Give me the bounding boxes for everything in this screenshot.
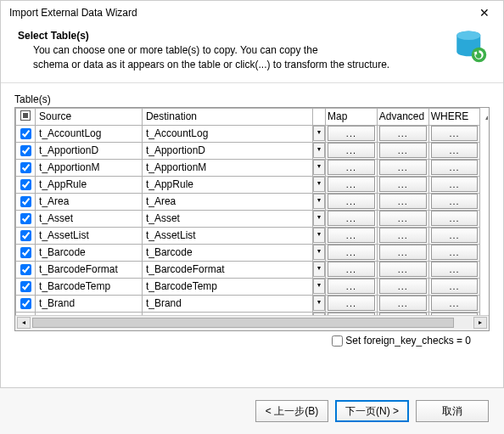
- destination-dropdown-icon[interactable]: ▾: [313, 177, 325, 192]
- where-button[interactable]: ...: [431, 160, 479, 175]
- map-button[interactable]: ...: [328, 126, 375, 141]
- hscroll-thumb[interactable]: [32, 318, 454, 328]
- advanced-button[interactable]: ...: [379, 160, 427, 175]
- where-button[interactable]: ...: [431, 126, 479, 141]
- row-checkbox[interactable]: [20, 162, 31, 173]
- source-cell[interactable]: t_ApportionM: [36, 159, 143, 176]
- advanced-button[interactable]: ...: [379, 296, 427, 311]
- where-button[interactable]: ...: [431, 211, 479, 226]
- row-checkbox[interactable]: [20, 247, 31, 258]
- map-button[interactable]: ...: [328, 177, 375, 192]
- destination-dropdown-icon[interactable]: ▾: [313, 194, 325, 209]
- where-button[interactable]: ...: [431, 279, 479, 294]
- where-button[interactable]: ...: [431, 262, 479, 277]
- where-button[interactable]: ...: [431, 143, 479, 158]
- source-cell[interactable]: t_Asset: [36, 210, 143, 227]
- where-button[interactable]: ...: [431, 296, 479, 311]
- destination-cell[interactable]: t_ApportionM: [142, 159, 312, 176]
- destination-cell[interactable]: t_AssetList: [142, 227, 312, 244]
- header-checkbox[interactable]: [16, 108, 36, 125]
- col-destination[interactable]: Destination: [142, 108, 312, 125]
- advanced-button[interactable]: ...: [379, 211, 427, 226]
- fk-checkbox-label[interactable]: Set foreign_key_checks = 0: [332, 335, 471, 347]
- where-button[interactable]: ...: [431, 313, 479, 315]
- map-button[interactable]: ...: [328, 160, 375, 175]
- where-button[interactable]: ...: [431, 228, 479, 243]
- back-button[interactable]: < 上一步(B): [255, 400, 328, 422]
- next-button[interactable]: 下一页(N) >: [335, 400, 409, 422]
- destination-cell[interactable]: t_Asset: [142, 210, 312, 227]
- map-button[interactable]: ...: [328, 211, 375, 226]
- source-cell[interactable]: t_BarcodeTemp: [36, 278, 143, 295]
- map-button[interactable]: ...: [328, 143, 375, 158]
- destination-cell[interactable]: t_Barcode: [142, 244, 312, 261]
- advanced-button[interactable]: ...: [379, 313, 427, 315]
- source-cell[interactable]: t_AppRule: [36, 176, 143, 193]
- source-cell[interactable]: t_AccountLog: [36, 125, 143, 142]
- close-icon[interactable]: ✕: [474, 6, 495, 20]
- row-checkbox[interactable]: [20, 230, 31, 241]
- row-checkbox[interactable]: [20, 281, 31, 292]
- source-cell[interactable]: t_BarcodeFormat: [36, 261, 143, 278]
- map-button[interactable]: ...: [328, 262, 375, 277]
- destination-cell[interactable]: t_AppRule: [142, 176, 312, 193]
- advanced-button[interactable]: ...: [379, 194, 427, 209]
- table-row: t_BarcodeTempt_BarcodeTemp▾.........: [16, 278, 489, 295]
- where-button[interactable]: ...: [431, 177, 479, 192]
- col-map[interactable]: Map: [326, 108, 378, 125]
- advanced-button[interactable]: ...: [379, 126, 427, 141]
- row-checkbox[interactable]: [20, 213, 31, 224]
- destination-cell[interactable]: t_Brand: [142, 295, 312, 312]
- hscroll-left-icon[interactable]: ◂: [17, 317, 31, 329]
- map-button[interactable]: ...: [328, 245, 375, 260]
- row-checkbox[interactable]: [20, 128, 31, 139]
- advanced-button[interactable]: ...: [379, 228, 427, 243]
- destination-dropdown-icon[interactable]: ▾: [313, 296, 325, 311]
- hscroll-right-icon[interactable]: ▸: [473, 317, 487, 329]
- row-checkbox[interactable]: [20, 298, 31, 309]
- destination-cell[interactable]: t_BarcodeFormat: [142, 261, 312, 278]
- source-cell[interactable]: t_AssetList: [36, 227, 143, 244]
- destination-dropdown-icon[interactable]: ▾: [313, 262, 325, 277]
- col-where[interactable]: WHERE: [428, 108, 480, 125]
- map-button[interactable]: ...: [328, 296, 375, 311]
- source-cell[interactable]: t_Area: [36, 193, 143, 210]
- table-row: t_Barcodet_Barcode▾.........: [16, 244, 489, 261]
- fk-checkbox[interactable]: [332, 335, 343, 347]
- where-button[interactable]: ...: [431, 245, 479, 260]
- destination-dropdown-icon[interactable]: ▾: [313, 126, 325, 141]
- col-source[interactable]: Source: [36, 108, 143, 125]
- row-checkbox[interactable]: [20, 179, 31, 190]
- source-cell[interactable]: t_Barcode: [36, 244, 143, 261]
- destination-dropdown-icon[interactable]: ▾: [313, 211, 325, 226]
- grid-scroll-area[interactable]: Source Destination Map Advanced WHERE ▲ …: [15, 108, 489, 315]
- destination-cell[interactable]: t_ApportionD: [142, 142, 312, 159]
- map-button[interactable]: ...: [328, 313, 375, 315]
- map-button[interactable]: ...: [328, 279, 375, 294]
- destination-dropdown-icon[interactable]: ▾: [313, 228, 325, 243]
- advanced-button[interactable]: ...: [379, 245, 427, 260]
- where-button[interactable]: ...: [431, 194, 479, 209]
- map-button[interactable]: ...: [328, 228, 375, 243]
- hscroll-track[interactable]: [32, 318, 472, 328]
- row-checkbox[interactable]: [20, 145, 31, 156]
- row-checkbox[interactable]: [20, 264, 31, 275]
- col-advanced[interactable]: Advanced: [377, 108, 428, 125]
- source-cell[interactable]: t_ApportionD: [36, 142, 143, 159]
- destination-cell[interactable]: t_AccountLog: [142, 125, 312, 142]
- advanced-button[interactable]: ...: [379, 279, 427, 294]
- destination-dropdown-icon[interactable]: ▾: [313, 245, 325, 260]
- cancel-button[interactable]: 取消: [416, 400, 489, 422]
- destination-dropdown-icon[interactable]: ▾: [313, 160, 325, 175]
- destination-cell[interactable]: t_Area: [142, 193, 312, 210]
- row-checkbox[interactable]: [20, 196, 31, 207]
- destination-cell[interactable]: t_BarcodeTemp: [142, 278, 312, 295]
- horizontal-scrollbar[interactable]: ◂ ▸: [15, 315, 489, 330]
- source-cell[interactable]: t_Brand: [36, 295, 143, 312]
- advanced-button[interactable]: ...: [379, 177, 427, 192]
- map-button[interactable]: ...: [328, 194, 375, 209]
- destination-dropdown-icon[interactable]: ▾: [313, 143, 325, 158]
- destination-dropdown-icon[interactable]: ▾: [313, 279, 325, 294]
- advanced-button[interactable]: ...: [379, 262, 427, 277]
- advanced-button[interactable]: ...: [379, 143, 427, 158]
